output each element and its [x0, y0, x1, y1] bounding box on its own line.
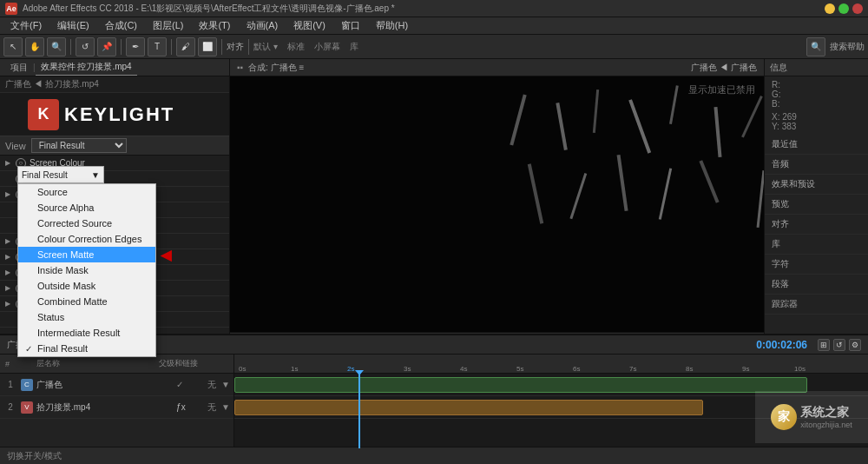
title-bar: Ae Adobe After Effects CC 2018 - E:\1影视区… [0, 0, 868, 17]
maximize-button[interactable] [838, 3, 849, 14]
label-library: 库 [350, 41, 358, 53]
menu-view[interactable]: 视图(V) [286, 17, 332, 34]
r-value: R: [772, 80, 861, 89]
menu-option-colour-correction-edges[interactable]: Colour Correction Edges [18, 231, 155, 247]
select-tool[interactable]: ↖ [3, 37, 23, 56]
timeline-btn-3[interactable]: ⚙ [849, 339, 861, 351]
view-label: View [5, 141, 26, 151]
label-small: 小屏幕 [314, 41, 340, 53]
menu-layer[interactable]: 图层(L) [146, 17, 190, 34]
menu-edit[interactable]: 编辑(E) [50, 17, 96, 34]
info-paragraph[interactable]: 段落 [765, 275, 868, 295]
search-button[interactable]: 🔍 [806, 37, 825, 56]
menu-option-source-alpha[interactable]: Source Alpha [18, 200, 155, 215]
menu-bar: 文件(F) 编辑(E) 合成(C) 图层(L) 效果(T) 动画(A) 视图(V… [0, 17, 868, 35]
ruler-10s: 10s [794, 365, 806, 373]
toolbar-separator-2 [121, 39, 122, 55]
dropdown-header-button[interactable]: Final Result ▼ [17, 166, 104, 183]
track-1-clip[interactable] [234, 377, 807, 393]
watermark-sub-text: xitongzhijia.net [800, 421, 852, 429]
timeline-layer-2[interactable]: 2 V 拾刀接景.mp4 ƒx 无 ▼ [0, 396, 233, 419]
ruler-3s: 3s [404, 365, 411, 373]
preview-svg [230, 76, 764, 332]
menu-help[interactable]: 帮助(H) [369, 17, 415, 34]
ruler-4s: 4s [460, 365, 467, 373]
view-dropdown[interactable]: SourceSource AlphaCorrected SourceColour… [31, 138, 127, 153]
timeline-time: 0:00:02:06 [756, 339, 807, 351]
tab-project[interactable]: 项目 [5, 60, 33, 76]
menu-option-combined-matte[interactable]: Combined Matte [18, 294, 155, 309]
timeline-btn-2[interactable]: ↺ [833, 339, 845, 351]
info-tracker[interactable]: 跟踪器 [765, 295, 868, 315]
ruler-5s: 5s [516, 365, 523, 373]
info-effects-presets[interactable]: 效果和预设 [765, 175, 868, 195]
shape-tool[interactable]: ⬜ [198, 37, 217, 56]
menu-file[interactable]: 文件(F) [3, 17, 49, 34]
menu-option-status[interactable]: Status [18, 309, 155, 325]
menu-animation[interactable]: 动画(A) [240, 17, 286, 34]
menu-option-source[interactable]: Source [18, 184, 155, 200]
zoom-tool[interactable]: 🔍 [47, 37, 66, 56]
layer-2-icon: V [21, 401, 33, 414]
text-tool[interactable]: T [148, 37, 167, 56]
panel-header: 项目 | 效果控件 控刀接景.mp4 [0, 59, 229, 76]
watermark-logo-icon: 家 [771, 404, 797, 430]
ruler-1s: 1s [291, 365, 298, 373]
layer-1-name: 广播色 [36, 379, 173, 391]
preview-canvas: 显示加速已禁用 [230, 76, 764, 332]
puppet-tool[interactable]: 📌 [97, 37, 116, 56]
svg-rect-0 [230, 76, 764, 332]
preview-area[interactable]: 显示加速已禁用 [230, 76, 764, 332]
menu-window[interactable]: 窗口 [334, 17, 367, 34]
menu-composition[interactable]: 合成(C) [98, 17, 144, 34]
watermark-main-text: 系统之家 [800, 405, 852, 421]
keylight-logo: K KEYLIGHT [0, 93, 229, 136]
menu-option-final-result[interactable]: ✓ Final Result [18, 341, 155, 356]
info-recent[interactable]: 最近值 [765, 135, 868, 155]
info-audio[interactable]: 音频 [765, 155, 868, 175]
layer-2-fx: ƒx [176, 402, 190, 412]
pen-tool[interactable]: ✒ [126, 37, 145, 56]
timeline-layer-1[interactable]: 1 C 广播色 ✓ 无 ▼ [0, 374, 233, 396]
tab-effects-controls[interactable]: 效果控件 控刀接景.mp4 [36, 59, 137, 76]
window-controls [825, 3, 863, 14]
status-text: 切换开关/模式 [7, 450, 62, 462]
layer-1-icon: C [21, 379, 33, 391]
menu-option-screen-matte[interactable]: Screen Matte ◀ [18, 247, 155, 262]
playhead[interactable] [358, 374, 360, 448]
right-panel-header: 信息 [765, 59, 868, 76]
ruler-0s: 0s [239, 365, 246, 373]
right-panel: 信息 R: G: B: X: 269 Y: 383 最近值 音频 效果和预设 预… [764, 59, 868, 351]
timeline-btn-1[interactable]: ⊞ [818, 339, 830, 351]
info-align[interactable]: 对齐 [765, 215, 868, 235]
ruler-7s: 7s [629, 365, 636, 373]
menu-effects[interactable]: 效果(T) [192, 17, 237, 34]
track-2-clip[interactable] [234, 400, 703, 415]
toolbar-separator-3 [171, 39, 172, 55]
info-character[interactable]: 字符 [765, 255, 868, 275]
menu-option-outside-mask[interactable]: Outside Mask [18, 278, 155, 294]
menu-option-inside-mask[interactable]: Inside Mask [18, 262, 155, 278]
ruler-8s: 8s [686, 365, 693, 373]
status-bar: 切换开关/模式 [0, 447, 868, 464]
toolbar-separator-4 [221, 39, 222, 55]
align-label: 对齐 [227, 41, 244, 53]
label-standard: 标准 [287, 41, 305, 53]
preview-composition-label: 合成: 广播色 ≡ [248, 62, 304, 74]
info-preview[interactable]: 预览 [765, 195, 868, 215]
dropdown-arrow-icon: ▼ [91, 170, 100, 180]
rotate-tool[interactable]: ↺ [76, 37, 95, 56]
keylight-icon: K [28, 99, 59, 130]
info-library[interactable]: 库 [765, 235, 868, 255]
menu-option-corrected-source[interactable]: Corrected Source [18, 215, 155, 231]
shortcut-hint: 默认 ▾ [253, 41, 278, 53]
app-icon: Ae [5, 3, 17, 15]
search-label: 搜索帮助 [830, 41, 865, 53]
preview-breadcrumb: 广播色 ◀ 广播色 [691, 62, 757, 74]
menu-option-intermediate-result[interactable]: Intermediate Result [18, 325, 155, 341]
center-panel: ▪▪ 合成: 广播色 ≡ 广播色 ◀ 广播色 [230, 59, 764, 351]
minimize-button[interactable] [825, 3, 835, 14]
close-button[interactable] [852, 3, 863, 14]
brush-tool[interactable]: 🖌 [176, 37, 195, 56]
hand-tool[interactable]: ✋ [25, 37, 44, 56]
